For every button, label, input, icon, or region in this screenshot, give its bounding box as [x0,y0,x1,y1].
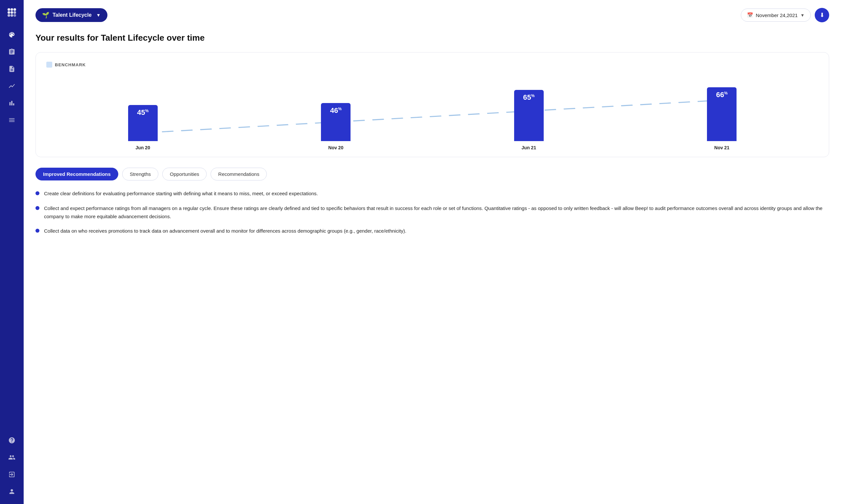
svg-point-7 [11,14,13,17]
svg-point-2 [14,8,16,11]
dropdown-chevron-icon: ▼ [96,13,101,18]
list-item-text: Create clear definitions for evaluating … [44,190,318,198]
x-label-nov20: Nov 20 [240,145,433,150]
date-picker-button[interactable]: 📅 November 24,2021 ▼ [741,8,811,22]
chart-bar-icon[interactable] [5,96,19,110]
tab-improved-recommendations[interactable]: Improved Recommendations [35,168,118,180]
chart-x-labels: Jun 20 Nov 20 Jun 21 Nov 21 [46,145,818,150]
leaf-icon: 🌱 [42,12,49,19]
chart-line-icon[interactable] [5,79,19,93]
list-item: Collect and expect performance ratings f… [35,204,829,221]
download-icon: ⬇ [820,12,825,19]
recommendations-list: Create clear definitions for evaluating … [35,190,829,235]
x-label-nov21: Nov 21 [625,145,819,150]
chart-bars: 45% 46% 65% [46,75,818,141]
bar-jun20: 45% [128,105,158,141]
bullet-dot [35,191,39,195]
chart-col-jun20: 45% [46,75,240,141]
x-label-jun21: Jun 21 [432,145,625,150]
list-item-text: Collect and expect performance ratings f… [44,204,829,221]
bar-nov20: 46% [321,103,350,141]
date-chevron-icon: ▼ [800,13,805,18]
talent-lifecycle-dropdown[interactable]: 🌱 Talent Lifecycle ▼ [35,8,107,22]
chart-legend: BENCHMARK [46,62,818,68]
header-controls: 📅 November 24,2021 ▼ ⬇ [741,8,829,22]
bar-value-nov21: 66% [716,91,728,99]
benchmark-legend-label: BENCHMARK [55,62,86,67]
chart-col-nov20: 46% [240,75,433,141]
chart-col-nov21: 66% [625,75,819,141]
palette-icon[interactable] [5,28,19,42]
svg-point-4 [11,11,13,14]
bar-wrap-nov20: 46% [240,75,433,141]
bar-value-nov20: 46% [330,106,342,115]
help-icon[interactable] [5,433,19,448]
list-item: Collect data on who receives promotions … [35,227,829,235]
bar-wrap-jun21: 65% [432,75,625,141]
bar-value-jun20: 45% [137,108,149,117]
dropdown-label: Talent Lifecycle [53,12,92,18]
list-icon[interactable] [5,113,19,127]
tab-group: Improved Recommendations Strengths Oppor… [35,168,829,180]
profile-icon[interactable] [5,484,19,499]
page-header: 🌱 Talent Lifecycle ▼ 📅 November 24,2021 … [35,8,829,22]
svg-point-1 [11,8,13,11]
chart-card: BENCHMARK 45% [35,52,829,157]
tab-strengths[interactable]: Strengths [122,168,158,180]
calendar-icon: 📅 [747,12,753,18]
document-icon[interactable] [5,62,19,76]
clipboard-icon[interactable] [5,44,19,59]
bullet-dot [35,229,39,233]
sidebar [0,0,24,504]
bar-nov21: 66% [707,87,737,141]
svg-point-0 [7,8,10,11]
logo-icon [5,5,19,20]
chart-area: 45% 46% 65% [46,75,818,141]
download-button[interactable]: ⬇ [815,8,829,22]
svg-point-8 [14,14,16,17]
bar-wrap-jun20: 45% [46,75,240,141]
bar-wrap-nov21: 66% [625,75,819,141]
x-label-jun20: Jun 20 [46,145,240,150]
benchmark-legend-box [46,62,52,68]
date-label: November 24,2021 [756,13,798,18]
svg-point-6 [7,14,10,17]
bar-value-jun21: 65% [523,93,534,102]
list-item-text: Collect data on who receives promotions … [44,227,406,235]
chart-col-jun21: 65% [432,75,625,141]
tab-recommendations[interactable]: Recommendations [210,168,267,180]
main-content: 🌱 Talent Lifecycle ▼ 📅 November 24,2021 … [24,0,841,504]
logout-icon[interactable] [5,467,19,482]
bar-jun21: 65% [514,90,544,141]
svg-point-5 [14,11,16,14]
tab-opportunities[interactable]: Opportunities [162,168,207,180]
bullet-dot [35,206,39,210]
svg-point-3 [7,11,10,14]
list-item: Create clear definitions for evaluating … [35,190,829,198]
people-icon[interactable] [5,450,19,465]
page-title: Your results for Talent Lifecycle over t… [35,33,829,43]
